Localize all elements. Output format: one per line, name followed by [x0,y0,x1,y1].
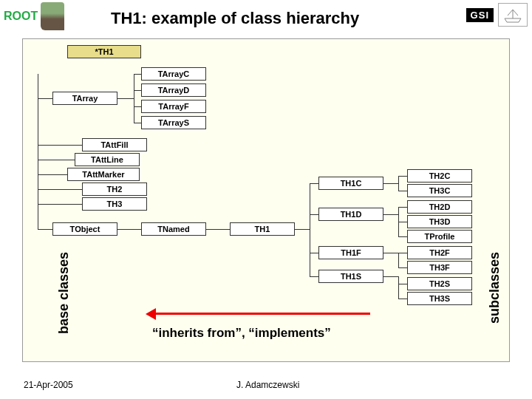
line [134,90,141,91]
box-th2f: TH2F [407,246,472,259]
box-th2c: TH2C [407,169,472,183]
line [398,176,407,177]
line [310,276,318,277]
box-tarrayc: TArrayC [141,67,206,81]
diagram-frame: *TH1 TArrayC TArrayD TArrayF TArrayS TAr… [22,38,510,362]
box-tattfill: TAttFill [82,138,147,151]
footer-author: J. Adamczewski [236,380,299,390]
line [383,183,398,184]
line [398,276,399,299]
box-tarray: TArray [52,92,117,105]
line [398,207,407,208]
box-th3: TH3 [82,197,147,211]
box-tprofile: TProfile [407,230,472,243]
line [310,183,310,276]
line [398,236,407,237]
line [310,214,318,215]
box-tarrays: TArrayS [141,116,206,129]
line [134,123,141,123]
line [398,191,407,191]
line [398,253,399,268]
box-th1f: TH1F [318,246,383,259]
box-th1s: TH1S [318,270,383,283]
page-title: TH1: example of class hierarchy [111,9,359,28]
box-tattline: TAttLine [75,153,140,166]
line [295,229,310,230]
box-th2d: TH2D [407,200,472,214]
line [398,299,407,299]
line [383,253,398,253]
line [134,74,141,75]
line [310,183,318,184]
line [117,98,134,99]
box-th1d: TH1D [318,208,383,221]
root-logo: ROOT [4,2,64,30]
box-tnamed: TNamed [141,222,206,236]
line [38,189,82,190]
box-th1-mid: TH1 [230,222,295,236]
line [398,284,407,284]
line [398,222,407,222]
line [38,229,52,230]
box-th3s: TH3S [407,292,472,305]
label-inherits: “inherits from”, “implements” [152,326,331,341]
page-header: ROOT TH1: example of class hierarchy GSI [0,0,532,37]
line [134,106,141,107]
arrow-inherits-icon [149,313,370,315]
box-tattmarker: TAttMarker [67,168,140,181]
line [117,229,141,230]
label-base-classes: base classes [56,252,72,334]
line [310,253,318,253]
line [38,145,82,146]
gsi-logo-group: GSI [466,3,528,27]
line [398,176,399,191]
line [398,253,407,253]
box-th3d: TH3D [407,215,472,228]
root-logo-icon [41,2,64,30]
root-logo-text: ROOT [4,10,38,23]
box-tobject: TObject [52,222,117,236]
box-tarrayf: TArrayF [141,100,206,113]
line [383,214,398,215]
footer-date: 21-Apr-2005 [24,380,73,390]
line [38,204,82,205]
box-th3c: TH3C [407,184,472,197]
ship-icon [498,3,528,27]
box-th3f: TH3F [407,261,472,274]
box-th2: TH2 [82,183,147,196]
line [38,98,52,99]
box-tarrayd: TArrayD [141,83,206,97]
line [134,74,134,123]
gsi-logo-text: GSI [466,8,494,22]
box-th1-top: *TH1 [67,45,141,58]
line [398,267,407,268]
line [206,229,230,230]
label-subclasses: subclasses [487,252,502,324]
box-th2s: TH2S [407,277,472,290]
line [38,74,38,230]
box-th1c: TH1C [318,177,383,190]
line [383,276,398,277]
line [38,160,75,160]
line [38,174,67,175]
